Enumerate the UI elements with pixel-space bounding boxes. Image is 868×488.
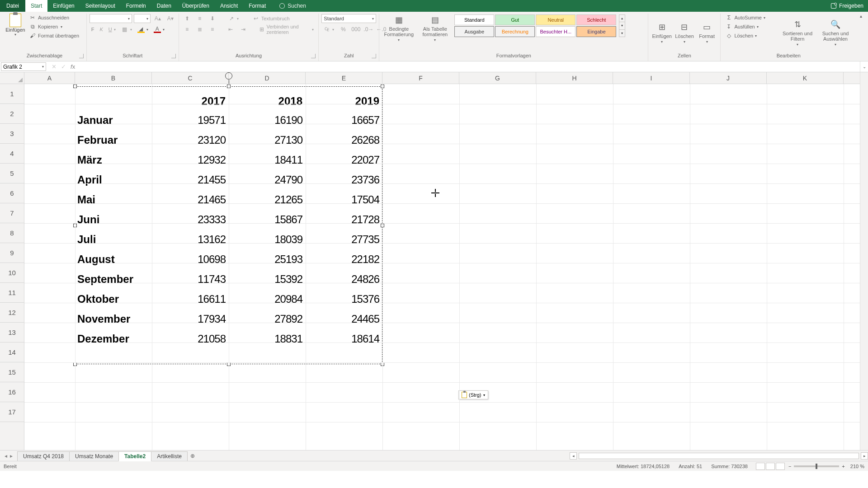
cell-style-ausgabe[interactable]: Ausgabe [454,26,494,37]
cell-style-standard[interactable]: Standard [454,14,494,25]
row-header-7[interactable]: 7 [0,203,24,223]
cell-style-eingabe[interactable]: Eingabe [576,26,616,37]
column-header-I[interactable]: I [613,72,690,84]
row-header-11[interactable]: 11 [0,283,24,303]
number-format-combo[interactable]: Standard▾ [321,14,376,23]
font-color-button[interactable]: A▾ [152,25,166,33]
row-header-13[interactable]: 13 [0,323,24,343]
percent-button[interactable]: % [338,25,349,33]
zoom-slider[interactable] [794,465,839,467]
format-cells-button[interactable]: ▭Format▾ [696,14,718,52]
gallery-down-button[interactable]: ▾ [619,22,625,29]
row-header-6[interactable]: 6 [0,183,24,203]
paste-button[interactable]: Einfügen ▾ [5,14,25,52]
zoom-out-button[interactable]: − [788,464,791,469]
cell-style-neutral[interactable]: Neutral [536,14,576,25]
gallery-more-button[interactable]: ▾ [619,30,625,37]
cell-styles-gallery[interactable]: StandardGutNeutralSchlechtAusgabeBerechn… [454,14,616,37]
cell-style-berechnung[interactable]: Berechnung [495,26,535,37]
fill-color-button[interactable]: ◢▾ [136,25,150,33]
sheet-tab-umsatz-monate[interactable]: Umsatz Monate [69,451,119,461]
view-page-break-button[interactable] [776,463,785,470]
increase-decimal-button[interactable]: .0→ [363,25,374,33]
font-name-combo[interactable]: ▾ [90,14,132,23]
row-header-3[interactable]: 3 [0,124,24,144]
vertical-scrollbar[interactable] [860,72,868,450]
row-header-2[interactable]: 2 [0,104,24,124]
format-painter-button[interactable]: 🖌Format übertragen [27,32,84,40]
hscroll-left[interactable]: ◂ [570,452,577,460]
zoom-value[interactable]: 210 % [850,464,864,469]
cells-area[interactable]: 201720182019Januar195711619016657Februar… [24,84,860,450]
decrease-font-button[interactable]: A▾ [165,14,176,23]
rotate-handle[interactable] [225,72,232,80]
sheet-tab-tabelle2[interactable]: Tabelle2 [118,451,151,461]
decrease-indent-button[interactable]: ⇤ [225,25,236,33]
delete-cells-button[interactable]: ⊟Löschen▾ [674,14,695,52]
cut-button[interactable]: ✂Ausschneiden [27,14,84,22]
share-button[interactable]: Freigeben [831,3,863,9]
tell-me-search[interactable]: Suchen [279,3,306,9]
increase-indent-button[interactable]: ⇥ [238,25,249,33]
file-tab[interactable]: Datei [0,0,25,12]
align-top-button[interactable]: ⬆ [182,14,193,23]
align-right-button[interactable]: ≡ [207,25,218,33]
enter-formula-button[interactable]: ✓ [61,63,66,70]
worksheet-grid[interactable]: ABCDEFGHIJK 1234567891011121314151617 20… [0,72,868,450]
copy-button[interactable]: ⧉Kopieren▾ [27,23,84,31]
autosum-button[interactable]: ΣAutoSumme▾ [723,14,778,22]
view-normal-button[interactable] [756,463,765,470]
thousands-button[interactable]: 000 [350,25,361,33]
ribbon-tab-daten[interactable]: Daten [151,0,177,12]
fill-button[interactable]: ↧Ausfüllen▾ [723,23,778,31]
row-header-15[interactable]: 15 [0,362,24,382]
sheet-tab-umsatz-q4-2018[interactable]: Umsatz Q4 2018 [17,451,70,461]
column-header-B[interactable]: B [75,72,152,84]
font-launcher[interactable] [171,54,176,58]
hscroll-right[interactable]: ▸ [861,452,868,460]
formula-input[interactable] [80,61,860,72]
column-header-J[interactable]: J [690,72,767,84]
underline-button[interactable]: U▾ [107,26,118,33]
view-page-layout-button[interactable] [766,463,775,470]
number-launcher[interactable] [372,54,376,58]
hscroll-track[interactable] [579,453,859,459]
ribbon-tab-format[interactable]: Format [243,0,271,12]
zoom-control[interactable]: − + 210 % [788,464,864,469]
find-select-button[interactable]: 🔍Suchen und Auswählen▾ [817,14,854,52]
sheet-nav-prev[interactable]: ◂ [5,453,7,459]
borders-button[interactable]: ▦▾ [119,25,134,33]
row-header-12[interactable]: 12 [0,303,24,323]
align-left-button[interactable]: ≡ [182,25,193,33]
row-header-1[interactable]: 1 [0,84,24,104]
expand-formula-bar-button[interactable]: ⌄ [860,61,868,72]
cell-style-schlecht[interactable]: Schlecht [576,14,616,25]
sort-filter-button[interactable]: ⇅Sortieren und Filtern▾ [779,14,816,52]
column-header-H[interactable]: H [536,72,613,84]
new-sheet-button[interactable]: ⊕ [187,450,198,461]
sheet-tab-artikelliste[interactable]: Artikelliste [151,451,188,461]
row-header-9[interactable]: 9 [0,243,24,263]
clear-button[interactable]: ◇Löschen▾ [723,32,778,40]
ribbon-tab-formeln[interactable]: Formeln [121,0,151,12]
bold-button[interactable]: F [90,26,96,33]
row-header-17[interactable]: 17 [0,402,24,422]
insert-cells-button[interactable]: ⊞Einfügen▾ [651,14,673,52]
column-header-C[interactable]: C [152,72,229,84]
wrap-text-button[interactable]: ↩Textumbruch [250,14,292,23]
format-as-table-button[interactable]: ▤ Als Tabelle formatieren▾ [418,14,452,42]
cell-style-besuchterh[interactable]: Besuchter H... [536,26,576,37]
ribbon-tab-ansicht[interactable]: Ansicht [215,0,243,12]
column-header-D[interactable]: D [229,72,306,84]
name-box[interactable]: Grafik 2▾ [1,62,46,71]
increase-font-button[interactable]: A▴ [152,14,163,23]
row-header-16[interactable]: 16 [0,382,24,402]
align-middle-button[interactable]: ≡ [194,14,205,23]
ribbon-tab-start[interactable]: Start [25,0,47,12]
gallery-up-button[interactable]: ▴ [619,15,625,22]
cell-style-gut[interactable]: Gut [495,14,535,25]
sheet-nav-next[interactable]: ▸ [10,453,13,459]
column-header-K[interactable]: K [767,72,844,84]
clipboard-launcher[interactable] [79,54,84,58]
fx-button[interactable]: fx [71,63,75,70]
